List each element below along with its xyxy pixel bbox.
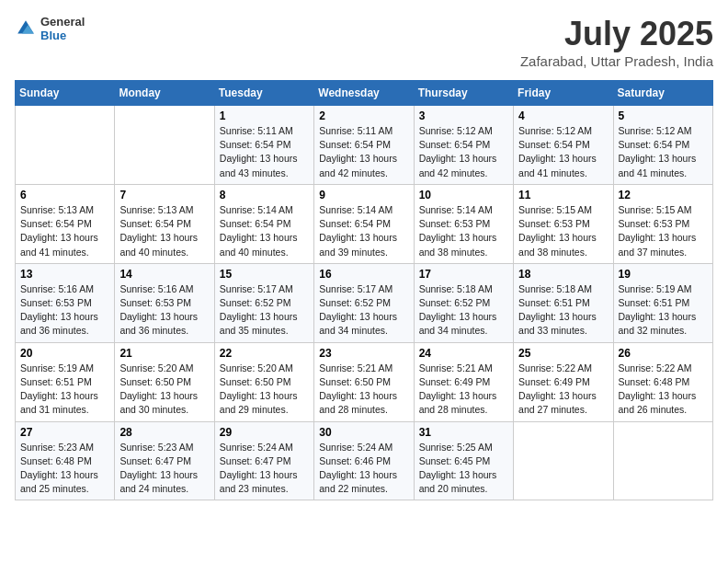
- calendar-cell: 4Sunrise: 5:12 AMSunset: 6:54 PMDaylight…: [514, 106, 613, 185]
- logo-text: General Blue: [40, 15, 85, 42]
- cell-info: Sunrise: 5:12 AMSunset: 6:54 PMDaylight:…: [419, 125, 497, 178]
- cell-info: Sunrise: 5:21 AMSunset: 6:49 PMDaylight:…: [419, 362, 497, 416]
- day-number: 24: [419, 347, 508, 360]
- day-number: 4: [518, 109, 608, 122]
- cell-info: Sunrise: 5:20 AMSunset: 6:50 PMDaylight:…: [119, 362, 198, 416]
- calendar-cell: 13Sunrise: 5:16 AMSunset: 6:53 PMDayligh…: [16, 263, 115, 342]
- cell-info: Sunrise: 5:24 AMSunset: 6:47 PMDaylight:…: [220, 442, 298, 495]
- cell-info: Sunrise: 5:25 AMSunset: 6:45 PMDaylight:…: [419, 442, 497, 495]
- title-block: July 2025 Zafarabad, Uttar Pradesh, Indi…: [520, 15, 713, 69]
- cell-info: Sunrise: 5:20 AMSunset: 6:50 PMDaylight:…: [220, 362, 298, 416]
- day-number: 26: [619, 347, 708, 360]
- calendar-cell: 26Sunrise: 5:22 AMSunset: 6:48 PMDayligh…: [613, 342, 712, 421]
- calendar-cell: 8Sunrise: 5:14 AMSunset: 6:54 PMDaylight…: [214, 184, 313, 263]
- week-row-4: 20Sunrise: 5:19 AMSunset: 6:51 PMDayligh…: [16, 342, 713, 421]
- cell-info: Sunrise: 5:12 AMSunset: 6:54 PMDaylight:…: [518, 125, 597, 178]
- calendar-cell: 22Sunrise: 5:20 AMSunset: 6:50 PMDayligh…: [214, 342, 313, 421]
- calendar-cell: [514, 421, 613, 500]
- cell-info: Sunrise: 5:14 AMSunset: 6:53 PMDaylight:…: [419, 204, 497, 258]
- calendar-cell: 5Sunrise: 5:12 AMSunset: 6:54 PMDaylight…: [613, 106, 712, 185]
- calendar-cell: 12Sunrise: 5:15 AMSunset: 6:53 PMDayligh…: [613, 184, 712, 263]
- calendar-cell: 30Sunrise: 5:24 AMSunset: 6:46 PMDayligh…: [314, 421, 414, 500]
- main-title: July 2025: [520, 15, 713, 53]
- calendar-cell: [16, 106, 115, 185]
- cell-info: Sunrise: 5:18 AMSunset: 6:51 PMDaylight:…: [518, 283, 597, 337]
- calendar-cell: 27Sunrise: 5:23 AMSunset: 6:48 PMDayligh…: [16, 421, 115, 500]
- subtitle: Zafarabad, Uttar Pradesh, India: [520, 53, 713, 69]
- calendar-cell: 24Sunrise: 5:21 AMSunset: 6:49 PMDayligh…: [414, 342, 513, 421]
- logo-icon: [15, 17, 37, 40]
- calendar-cell: 25Sunrise: 5:22 AMSunset: 6:49 PMDayligh…: [514, 342, 613, 421]
- day-number: 22: [220, 347, 309, 360]
- cell-info: Sunrise: 5:13 AMSunset: 6:54 PMDaylight:…: [20, 204, 98, 258]
- calendar-cell: [613, 421, 712, 500]
- cell-info: Sunrise: 5:17 AMSunset: 6:52 PMDaylight:…: [220, 283, 298, 337]
- calendar-cell: 18Sunrise: 5:18 AMSunset: 6:51 PMDayligh…: [514, 263, 613, 342]
- cell-info: Sunrise: 5:23 AMSunset: 6:48 PMDaylight:…: [20, 442, 98, 495]
- day-number: 2: [319, 109, 408, 122]
- logo: General Blue: [15, 15, 85, 42]
- cell-info: Sunrise: 5:16 AMSunset: 6:53 PMDaylight:…: [119, 283, 198, 337]
- calendar-cell: 31Sunrise: 5:25 AMSunset: 6:45 PMDayligh…: [414, 421, 513, 500]
- cell-info: Sunrise: 5:22 AMSunset: 6:48 PMDaylight:…: [619, 362, 697, 416]
- calendar-cell: 7Sunrise: 5:13 AMSunset: 6:54 PMDaylight…: [115, 184, 214, 263]
- day-number: 29: [220, 426, 309, 439]
- day-number: 20: [20, 347, 109, 360]
- week-row-1: 1Sunrise: 5:11 AMSunset: 6:54 PMDaylight…: [16, 106, 713, 185]
- cell-info: Sunrise: 5:19 AMSunset: 6:51 PMDaylight:…: [619, 283, 697, 337]
- week-row-2: 6Sunrise: 5:13 AMSunset: 6:54 PMDaylight…: [16, 184, 713, 263]
- calendar-cell: 1Sunrise: 5:11 AMSunset: 6:54 PMDaylight…: [214, 106, 313, 185]
- calendar-cell: 15Sunrise: 5:17 AMSunset: 6:52 PMDayligh…: [214, 263, 313, 342]
- day-number: 27: [20, 426, 109, 439]
- header-tuesday: Tuesday: [214, 81, 313, 106]
- day-number: 17: [419, 268, 508, 281]
- header-thursday: Thursday: [414, 81, 513, 106]
- cell-info: Sunrise: 5:11 AMSunset: 6:54 PMDaylight:…: [319, 125, 397, 178]
- cell-info: Sunrise: 5:21 AMSunset: 6:50 PMDaylight:…: [319, 362, 397, 416]
- header-monday: Monday: [115, 81, 214, 106]
- day-number: 28: [119, 426, 209, 439]
- cell-info: Sunrise: 5:14 AMSunset: 6:54 PMDaylight:…: [319, 204, 397, 258]
- cell-info: Sunrise: 5:11 AMSunset: 6:54 PMDaylight:…: [220, 125, 298, 178]
- calendar-cell: 19Sunrise: 5:19 AMSunset: 6:51 PMDayligh…: [613, 263, 712, 342]
- calendar-table: SundayMondayTuesdayWednesdayThursdayFrid…: [15, 80, 713, 500]
- calendar-cell: 16Sunrise: 5:17 AMSunset: 6:52 PMDayligh…: [314, 263, 414, 342]
- calendar-cell: 10Sunrise: 5:14 AMSunset: 6:53 PMDayligh…: [414, 184, 513, 263]
- cell-info: Sunrise: 5:24 AMSunset: 6:46 PMDaylight:…: [319, 442, 397, 495]
- header-friday: Friday: [514, 81, 613, 106]
- day-number: 15: [220, 268, 309, 281]
- cell-info: Sunrise: 5:23 AMSunset: 6:47 PMDaylight:…: [119, 442, 198, 495]
- cell-info: Sunrise: 5:15 AMSunset: 6:53 PMDaylight:…: [518, 204, 597, 258]
- calendar-cell: 3Sunrise: 5:12 AMSunset: 6:54 PMDaylight…: [414, 106, 513, 185]
- calendar-cell: 20Sunrise: 5:19 AMSunset: 6:51 PMDayligh…: [16, 342, 115, 421]
- day-number: 12: [619, 189, 708, 201]
- day-number: 5: [619, 109, 708, 122]
- cell-info: Sunrise: 5:19 AMSunset: 6:51 PMDaylight:…: [20, 362, 98, 416]
- calendar-cell: 28Sunrise: 5:23 AMSunset: 6:47 PMDayligh…: [115, 421, 214, 500]
- cell-info: Sunrise: 5:12 AMSunset: 6:54 PMDaylight:…: [619, 125, 697, 178]
- cell-info: Sunrise: 5:15 AMSunset: 6:53 PMDaylight:…: [619, 204, 697, 258]
- calendar-cell: [115, 106, 214, 185]
- cell-info: Sunrise: 5:22 AMSunset: 6:49 PMDaylight:…: [518, 362, 597, 416]
- calendar-cell: 29Sunrise: 5:24 AMSunset: 6:47 PMDayligh…: [214, 421, 313, 500]
- calendar-cell: 21Sunrise: 5:20 AMSunset: 6:50 PMDayligh…: [115, 342, 214, 421]
- calendar-header-row: SundayMondayTuesdayWednesdayThursdayFrid…: [16, 81, 713, 106]
- day-number: 14: [119, 268, 209, 281]
- day-number: 21: [119, 347, 209, 360]
- week-row-3: 13Sunrise: 5:16 AMSunset: 6:53 PMDayligh…: [16, 263, 713, 342]
- logo-general: General: [40, 15, 85, 29]
- cell-info: Sunrise: 5:18 AMSunset: 6:52 PMDaylight:…: [419, 283, 497, 337]
- calendar-cell: 2Sunrise: 5:11 AMSunset: 6:54 PMDaylight…: [314, 106, 414, 185]
- header-saturday: Saturday: [613, 81, 712, 106]
- day-number: 1: [220, 109, 309, 122]
- logo-blue: Blue: [40, 29, 85, 42]
- day-number: 3: [419, 109, 508, 122]
- calendar-cell: 14Sunrise: 5:16 AMSunset: 6:53 PMDayligh…: [115, 263, 214, 342]
- day-number: 13: [20, 268, 109, 281]
- cell-info: Sunrise: 5:17 AMSunset: 6:52 PMDaylight:…: [319, 283, 397, 337]
- cell-info: Sunrise: 5:14 AMSunset: 6:54 PMDaylight:…: [220, 204, 298, 258]
- day-number: 8: [220, 189, 309, 201]
- day-number: 18: [518, 268, 608, 281]
- calendar-cell: 9Sunrise: 5:14 AMSunset: 6:54 PMDaylight…: [314, 184, 414, 263]
- header-sunday: Sunday: [16, 81, 115, 106]
